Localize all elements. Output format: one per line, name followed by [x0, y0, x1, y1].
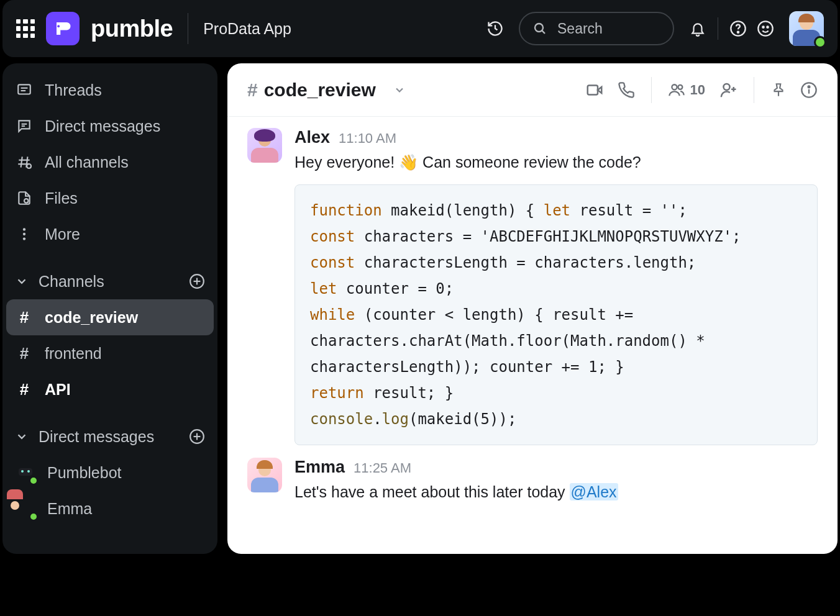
user-avatar-icon[interactable] — [247, 128, 282, 163]
audio-call-icon[interactable] — [618, 81, 635, 99]
app-header: pumble ProData App Search — [2, 0, 838, 57]
sidebar-item-threads[interactable]: Threads — [6, 72, 214, 108]
hash-icon: # — [15, 344, 34, 363]
dm-name: Pumblebot — [47, 464, 122, 482]
svg-point-0 — [57, 25, 60, 27]
svg-point-34 — [724, 84, 730, 90]
svg-point-1 — [535, 24, 543, 32]
sidebar-channel-api[interactable]: # API — [6, 371, 214, 407]
section-label: Channels — [39, 273, 104, 291]
svg-point-7 — [767, 27, 768, 28]
presence-online-icon — [29, 512, 38, 521]
channel-tools: 10 — [585, 77, 818, 103]
channel-title[interactable]: # code_review — [247, 79, 406, 101]
svg-line-18 — [30, 168, 31, 168]
message: Alex 11:10 AM Hey everyone! 👋 Can someon… — [247, 128, 818, 445]
divider — [188, 13, 188, 44]
members-button[interactable]: 10 — [668, 81, 705, 99]
presence-online-icon — [814, 36, 826, 48]
workspace-name[interactable]: ProData App — [203, 20, 291, 38]
svg-line-13 — [21, 156, 22, 167]
help-icon[interactable] — [726, 16, 751, 41]
hash-icon: # — [247, 79, 258, 101]
dm-icon — [15, 118, 34, 134]
message-author[interactable]: Emma — [294, 458, 345, 477]
emoji-icon[interactable] — [753, 16, 778, 41]
profile-avatar[interactable] — [789, 11, 824, 46]
sidebar-item-label: All channels — [45, 153, 129, 171]
history-icon[interactable] — [483, 16, 508, 41]
message-time: 11:10 AM — [339, 130, 396, 147]
threads-icon — [15, 82, 34, 98]
svg-point-5 — [758, 21, 772, 35]
sidebar-item-label: Files — [45, 189, 78, 207]
brand-name: pumble — [91, 16, 173, 42]
pin-icon[interactable] — [770, 82, 787, 98]
search-placeholder: Search — [557, 20, 603, 37]
svg-point-33 — [678, 84, 682, 89]
hash-icon: # — [15, 308, 34, 327]
message-text: Hey everyone! 👋 Can someone review the c… — [294, 151, 818, 173]
svg-line-2 — [542, 30, 545, 34]
search-input[interactable]: Search — [519, 12, 674, 45]
message-list: Alex 11:10 AM Hey everyone! 👋 Can someon… — [227, 117, 838, 527]
svg-rect-30 — [587, 85, 597, 94]
sidebar-channel-code-review[interactable]: # code_review — [6, 299, 214, 335]
header-actions — [685, 11, 824, 46]
channel-name: code_review — [45, 309, 138, 327]
chevron-down-icon — [15, 430, 29, 443]
channel-name: frontend — [45, 345, 102, 363]
notifications-icon[interactable] — [685, 16, 710, 41]
svg-rect-8 — [18, 84, 30, 94]
info-icon[interactable] — [800, 81, 818, 99]
channel-name: API — [45, 381, 71, 399]
svg-point-40 — [808, 86, 810, 88]
sidebar-channel-frontend[interactable]: # frontend — [6, 335, 214, 371]
message-author[interactable]: Alex — [294, 128, 330, 147]
wave-emoji-icon: 👋 — [399, 153, 418, 171]
svg-point-23 — [23, 237, 25, 240]
svg-point-32 — [672, 84, 677, 89]
chevron-down-icon — [15, 274, 29, 288]
svg-point-22 — [23, 233, 25, 235]
message: Emma 11:25 AM Let's have a meet about th… — [247, 458, 818, 503]
svg-point-4 — [737, 32, 739, 33]
apps-grid-icon[interactable] — [16, 19, 35, 38]
code-block[interactable]: function makeid(length) { let result = '… — [294, 184, 818, 445]
dms-section-header[interactable]: Direct messages — [6, 419, 214, 455]
svg-point-6 — [762, 27, 764, 28]
sidebar-dm-emma[interactable]: Emma — [6, 491, 214, 527]
dm-name: Emma — [47, 500, 92, 518]
sidebar-dm-pumblebot[interactable]: Pumblebot — [6, 455, 214, 491]
message-text: Let's have a meet about this later today… — [294, 481, 818, 503]
hash-icon: # — [15, 380, 34, 399]
main-panel: # code_review 10 — [227, 63, 838, 554]
user-avatar-icon[interactable] — [247, 458, 282, 492]
svg-line-20 — [27, 202, 28, 203]
sidebar-item-label: More — [45, 225, 80, 243]
section-label: Direct messages — [39, 428, 154, 446]
video-call-icon[interactable] — [585, 81, 604, 99]
all-channels-icon — [15, 154, 34, 170]
svg-point-21 — [23, 228, 25, 230]
brand-logo-icon[interactable] — [46, 12, 80, 45]
channel-header: # code_review 10 — [227, 63, 838, 117]
sidebar-item-label: Threads — [45, 81, 102, 99]
chevron-down-icon[interactable] — [393, 84, 406, 96]
more-icon — [15, 226, 34, 242]
add-channel-icon[interactable] — [189, 273, 205, 289]
sidebar-item-files[interactable]: Files — [6, 180, 214, 216]
member-count: 10 — [690, 82, 705, 98]
add-dm-icon[interactable] — [189, 428, 205, 445]
sidebar-item-direct-messages[interactable]: Direct messages — [6, 108, 214, 144]
sidebar-item-more[interactable]: More — [6, 216, 214, 252]
channels-section-header[interactable]: Channels — [6, 263, 214, 299]
sidebar-item-label: Direct messages — [45, 117, 160, 135]
files-icon — [15, 190, 34, 206]
search-icon — [532, 21, 547, 36]
add-member-icon[interactable] — [719, 81, 737, 99]
sidebar: Threads Direct messages All channels Fil… — [2, 63, 217, 554]
presence-online-icon — [29, 476, 38, 485]
mention[interactable]: @Alex — [570, 483, 618, 500]
sidebar-item-all-channels[interactable]: All channels — [6, 144, 214, 180]
